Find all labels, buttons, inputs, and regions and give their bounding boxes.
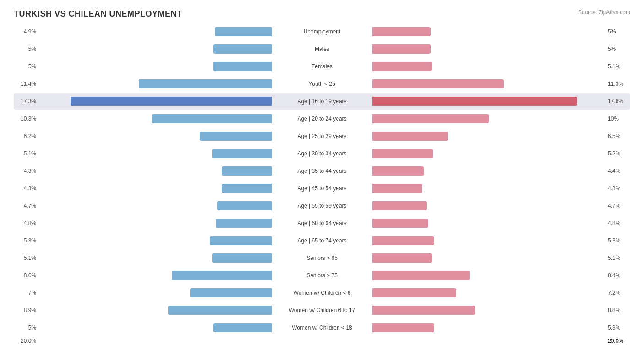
right-value-label: 8.8% <box>605 307 630 314</box>
turkish-bar <box>71 97 272 106</box>
source-text: Source: ZipAtlas.com <box>578 9 630 16</box>
chilean-bar <box>372 323 434 332</box>
turkish-bar <box>213 44 272 54</box>
left-bar-area <box>39 184 272 193</box>
right-bar-area <box>372 323 605 332</box>
left-bar-area <box>39 114 272 123</box>
bar-row: 11.4% Youth < 25 11.3% <box>14 76 630 92</box>
right-bar-area <box>372 79 605 88</box>
left-value-label: 17.3% <box>14 98 39 105</box>
left-bar-area <box>39 44 272 54</box>
bar-row: 8.6% Seniors > 75 8.4% <box>14 267 630 284</box>
right-bar-area <box>372 288 605 297</box>
chilean-bar <box>372 253 432 263</box>
left-value-label: 10.3% <box>14 116 39 122</box>
turkish-bar <box>213 62 272 71</box>
turkish-bar <box>222 166 272 176</box>
chilean-bar <box>372 219 428 228</box>
row-center-label: Women w/ Children 6 to 17 <box>272 307 372 314</box>
left-value-label: 4.3% <box>14 185 39 192</box>
left-bar-area <box>39 79 272 88</box>
axis-right-label: 20.0% <box>605 338 630 344</box>
bar-row: 5.3% Age | 65 to 74 years 5.3% <box>14 232 630 249</box>
turkish-bar <box>222 184 272 193</box>
row-center-label: Women w/ Children < 6 <box>272 290 372 296</box>
chart-title: TURKISH VS CHILEAN UNEMPLOYMENT <box>14 9 630 19</box>
right-value-label: 4.7% <box>605 203 630 209</box>
left-value-label: 11.4% <box>14 81 39 87</box>
right-value-label: 5.1% <box>605 255 630 261</box>
left-value-label: 8.6% <box>14 272 39 279</box>
turkish-bar <box>168 306 272 315</box>
right-bar-area <box>372 236 605 245</box>
chilean-bar <box>372 271 470 280</box>
row-center-label: Age | 60 to 64 years <box>272 220 372 226</box>
left-value-label: 8.9% <box>14 307 39 314</box>
right-bar-area <box>372 132 605 141</box>
right-bar-area <box>372 149 605 158</box>
bar-row: 4.8% Age | 60 to 64 years 4.8% <box>14 215 630 231</box>
left-bar-area <box>39 149 272 158</box>
right-bar-area <box>372 201 605 210</box>
chilean-bar <box>372 236 434 245</box>
bar-row: 4.9% Unemployment 5% <box>14 23 630 40</box>
bar-row: 7% Women w/ Children < 6 7.2% <box>14 285 630 301</box>
left-bar-area <box>39 27 272 36</box>
turkish-bar <box>210 236 272 245</box>
bar-row: 5% Women w/ Children < 18 5.3% <box>14 319 630 336</box>
chilean-bar <box>372 62 432 71</box>
row-center-label: Age | 25 to 29 years <box>272 133 372 139</box>
turkish-bar <box>216 219 272 228</box>
row-center-label: Seniors > 65 <box>272 255 372 261</box>
bar-row: 4.3% Age | 35 to 44 years 4.4% <box>14 163 630 179</box>
chilean-bar <box>372 132 448 141</box>
row-center-label: Youth < 25 <box>272 81 372 87</box>
left-value-label: 5.3% <box>14 237 39 244</box>
right-value-label: 6.5% <box>605 133 630 139</box>
right-value-label: 17.6% <box>605 98 630 105</box>
right-value-label: 10% <box>605 116 630 122</box>
right-bar-area <box>372 62 605 71</box>
chilean-bar <box>372 149 433 158</box>
turkish-bar <box>200 132 272 141</box>
left-bar-area <box>39 236 272 245</box>
row-center-label: Age | 30 to 34 years <box>272 150 372 157</box>
left-bar-area <box>39 201 272 210</box>
row-center-label: Age | 55 to 59 years <box>272 203 372 209</box>
row-center-label: Women w/ Children < 18 <box>272 325 372 331</box>
turkish-bar <box>152 114 272 123</box>
chilean-bar <box>372 288 456 297</box>
row-center-label: Males <box>272 46 372 52</box>
chilean-bar <box>372 184 422 193</box>
left-value-label: 5% <box>14 325 39 331</box>
row-center-label: Age | 65 to 74 years <box>272 237 372 244</box>
chart-container: TURKISH VS CHILEAN UNEMPLOYMENT Source: … <box>0 0 644 347</box>
left-value-label: 7% <box>14 290 39 296</box>
right-value-label: 7.2% <box>605 290 630 296</box>
left-value-label: 4.3% <box>14 168 39 174</box>
left-bar-area <box>39 271 272 280</box>
chilean-bar <box>372 97 577 106</box>
chilean-bar <box>372 114 489 123</box>
right-value-label: 11.3% <box>605 81 630 87</box>
left-bar-area <box>39 323 272 332</box>
bar-row: 10.3% Age | 20 to 24 years 10% <box>14 110 630 127</box>
right-bar-area <box>372 184 605 193</box>
left-value-label: 6.2% <box>14 133 39 139</box>
bar-row: 4.3% Age | 45 to 54 years 4.3% <box>14 180 630 197</box>
left-bar-area <box>39 306 272 315</box>
turkish-bar <box>215 27 272 36</box>
right-bar-area <box>372 27 605 36</box>
right-value-label: 5.3% <box>605 237 630 244</box>
row-center-label: Unemployment <box>272 28 372 35</box>
left-value-label: 4.9% <box>14 28 39 35</box>
right-bar-area <box>372 219 605 228</box>
left-bar-area <box>39 253 272 263</box>
right-bar-area <box>372 97 605 106</box>
turkish-bar <box>212 253 272 263</box>
left-value-label: 5.1% <box>14 150 39 157</box>
chart-area: 4.9% Unemployment 5% 5% Males <box>14 23 630 336</box>
left-value-label: 5.1% <box>14 255 39 261</box>
row-center-label: Seniors > 75 <box>272 272 372 279</box>
left-value-label: 4.8% <box>14 220 39 226</box>
